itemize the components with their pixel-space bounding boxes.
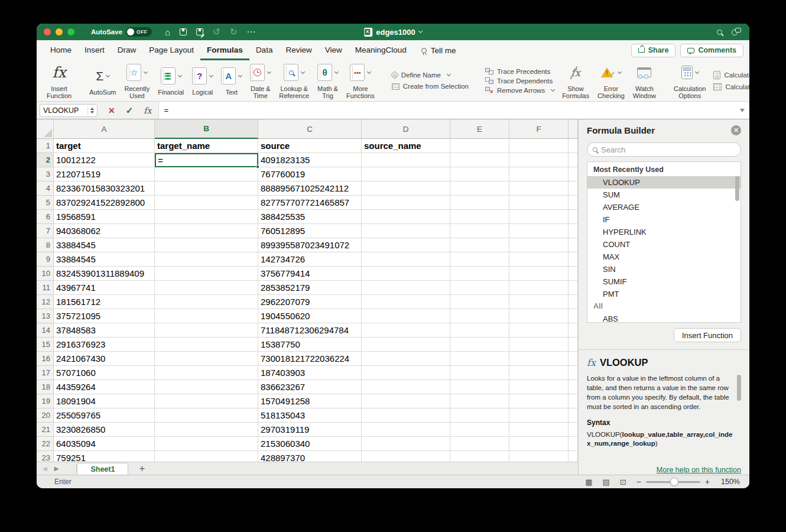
autosave-control[interactable]: AutoSave OFF [91,27,152,37]
cell-C20[interactable]: 518135043 [258,408,362,423]
function-item-max[interactable]: MAX [587,251,740,263]
more-functions-button[interactable]: ••• More Functions [342,62,379,100]
trace-dependents-button[interactable]: Trace Dependents [485,77,554,85]
watch-window-button[interactable]: Watch Window [629,62,660,100]
cell-A10[interactable]: 832453901311889409 [54,267,155,281]
cell-E14[interactable] [450,323,509,338]
share-button[interactable]: Share [631,44,676,57]
function-item-pmt[interactable]: PMT [587,288,740,300]
cell-D20[interactable] [362,408,450,423]
lookup-reference-button[interactable]: Lookup & Reference [275,62,313,100]
close-window-button[interactable] [44,28,51,35]
cell-F11[interactable] [509,281,569,295]
cell-B4[interactable] [155,181,258,196]
ribbon-tab-home[interactable]: Home [44,41,78,60]
zoom-window-button[interactable] [67,28,74,35]
insert-function-icon[interactable]: fx [144,106,151,115]
insert-function-button[interactable]: Insert Function [674,328,741,342]
cell-partial-3[interactable] [569,167,578,181]
home-icon[interactable]: ⌂ [165,27,170,37]
cell-E4[interactable] [450,181,509,196]
column-header-b[interactable]: B [155,119,258,139]
cell-B7[interactable] [155,224,258,238]
function-item-vlookup[interactable]: VLOOKUP [587,176,740,189]
cell-partial-18[interactable] [569,380,578,394]
cell-D6[interactable] [362,210,450,224]
row-header-13[interactable]: 13 [37,309,54,323]
define-name-button[interactable]: Define Name [392,72,469,79]
row-header-2[interactable]: 2 [37,153,54,167]
cell-D8[interactable] [362,238,450,252]
cell-F15[interactable] [509,338,569,352]
normal-view-icon[interactable]: ▦ [585,478,592,486]
trace-precedents-button[interactable]: Trace Precedents [485,68,554,75]
cell-C3[interactable]: 767760019 [258,167,362,181]
autosave-toggle[interactable]: OFF [126,27,152,37]
error-checking-button[interactable]: ✓ Error Checking [593,62,629,100]
cell-F4[interactable] [509,181,569,196]
row-header-7[interactable]: 7 [37,224,54,238]
cell-B8[interactable] [155,238,258,252]
cell-A1[interactable]: target [54,139,155,153]
cell-D15[interactable] [362,338,450,352]
zoom-in-button[interactable]: + [705,477,710,486]
cell-F5[interactable] [509,196,569,210]
cell-B19[interactable] [155,394,258,408]
more-commands-icon[interactable]: ⋯ [246,27,255,37]
tell-me[interactable]: Tell me [421,46,456,55]
cell-C6[interactable]: 388425535 [258,210,362,224]
zoom-slider[interactable] [646,481,700,483]
row-header-8[interactable]: 8 [37,238,54,252]
cell-A4[interactable]: 823367015830323201 [54,181,155,196]
sheet-tab-sheet1[interactable]: Sheet1 [77,463,128,475]
financial-button[interactable]: Financial [154,66,188,96]
cell-E11[interactable] [450,281,509,295]
select-all-corner[interactable] [37,119,54,139]
prev-sheet-icon[interactable]: ◀ [43,465,47,472]
cell-C13[interactable]: 1904550620 [258,309,362,323]
cell-D23[interactable] [362,451,450,462]
save-as-icon[interactable] [196,28,203,35]
cell-C23[interactable]: 428897370 [258,451,362,462]
cell-E10[interactable] [450,267,509,281]
recently-used-button[interactable]: ☆ Recently Used [120,62,154,100]
cell-C15[interactable]: 15387750 [258,338,362,352]
cell-partial-19[interactable] [569,394,578,408]
cell-A17[interactable]: 57071060 [54,366,155,380]
function-item-sin[interactable]: SIN [587,263,740,275]
row-header-6[interactable]: 6 [37,210,54,224]
cell-E12[interactable] [450,295,509,309]
cell-F1[interactable] [509,139,569,153]
cell-E19[interactable] [450,394,509,408]
cell-A6[interactable]: 19568591 [54,210,155,224]
column-header-c[interactable]: C [258,119,362,139]
cell-E13[interactable] [450,309,509,323]
comments-button[interactable]: Comments [680,44,743,57]
function-item-sumif[interactable]: SUMIF [587,275,740,288]
ribbon-tab-view[interactable]: View [319,41,349,60]
save-icon[interactable] [180,28,187,35]
cell-C8[interactable]: 899395587023491072 [258,238,362,252]
cell-C1[interactable]: source [258,139,362,153]
row-header-10[interactable]: 10 [37,267,54,281]
cell-A12[interactable]: 181561712 [54,295,155,309]
cell-D22[interactable] [362,437,450,451]
cell-F22[interactable] [509,437,569,451]
cell-B1[interactable]: target_name [155,139,258,153]
cell-C21[interactable]: 2970319119 [258,423,362,437]
cell-B6[interactable] [155,210,258,224]
cell-F8[interactable] [509,238,569,252]
cell-partial-23[interactable] [569,451,578,462]
row-header-11[interactable]: 11 [37,281,54,295]
function-item-count[interactable]: COUNT [587,238,740,251]
close-icon[interactable]: ✕ [731,125,741,135]
row-header-9[interactable]: 9 [37,252,54,267]
calculation-options-button[interactable]: Calculation Options [670,62,710,100]
autosum-button[interactable]: Σ AutoSum [85,66,120,96]
cell-F19[interactable] [509,394,569,408]
cell-B12[interactable] [155,295,258,309]
row-header-20[interactable]: 20 [37,408,54,423]
row-header-1[interactable]: 1 [37,139,54,153]
cell-F17[interactable] [509,366,569,380]
cell-F3[interactable] [509,167,569,181]
